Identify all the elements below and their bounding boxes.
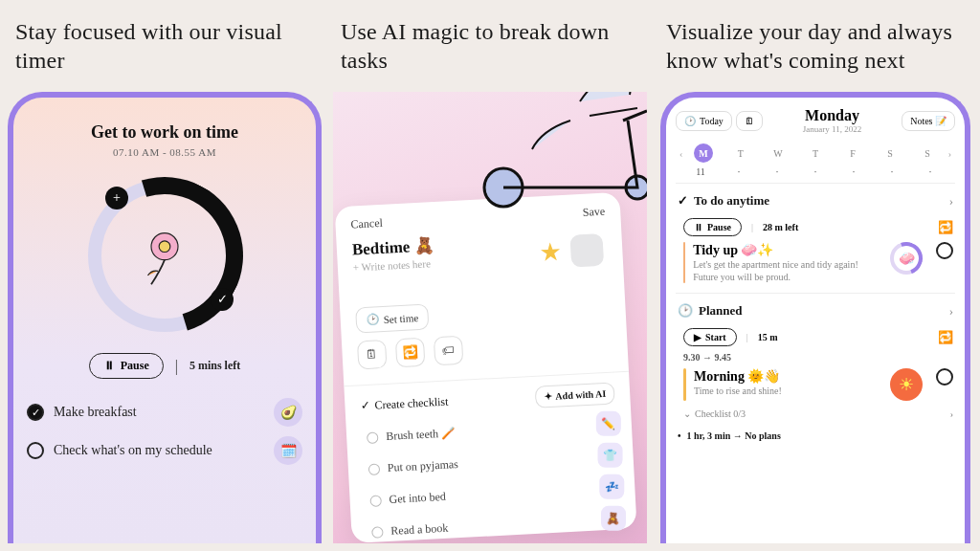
weekday-cell[interactable]: M (684, 143, 722, 163)
date-cell[interactable]: 11 (681, 166, 720, 177)
task-emoji: 🗓️ (274, 436, 302, 465)
week-dates: 11 ······ (678, 166, 953, 177)
time-remaining: 5 mins left (189, 359, 240, 373)
time-range: 9.30 → 9.45 (683, 352, 953, 363)
timer-dial[interactable]: + ✓ (88, 179, 241, 332)
notes-button[interactable]: Notes 📝 (902, 111, 955, 131)
phone-frame-calendar: 🕑Today 🗓 Monday January 11, 2022 Notes 📝… (660, 92, 970, 543)
cancel-button[interactable]: Cancel (350, 216, 383, 232)
task-editor-card: Cancel Save Bedtime 🧸 + Write notes here… (335, 192, 637, 543)
add-ai-label: Add with AI (555, 388, 606, 402)
check-icon[interactable]: ✓ (211, 288, 234, 311)
timer-title: Get to work on time (91, 122, 238, 143)
task-card[interactable]: ⏸Pause | 28 m left 🔁 Tidy up 🧼✨ Let's ge… (678, 218, 953, 283)
pause-button[interactable]: ⏸Pause (89, 353, 164, 379)
phone-frame-timer: Get to work on time 07.10 AM - 08.55 AM … (8, 92, 322, 543)
check-icon: ✓ (360, 399, 370, 414)
clock-icon: 🕑 (684, 116, 696, 126)
chevron-down-icon: ⌄ (683, 408, 691, 419)
set-time-button[interactable]: 🕑Set time (355, 304, 430, 334)
weekday-cell[interactable]: W (759, 148, 796, 159)
duration: 15 m (758, 332, 778, 342)
weekday-cell[interactable]: F (835, 148, 872, 159)
repeat-icon[interactable]: 🔁 (395, 338, 426, 368)
complete-checkbox[interactable] (936, 242, 953, 259)
accent-bar (683, 368, 686, 401)
checklist-label: Create checklist (374, 395, 449, 413)
checklist-item-label: Brush teeth 🪥 (386, 426, 457, 444)
clock-icon: 🕑 (678, 303, 693, 319)
checkbox-icon[interactable] (27, 404, 44, 421)
today-label: Today (700, 116, 724, 126)
add-with-ai-button[interactable]: ✦Add with AI (535, 382, 615, 408)
sparkle-icon: ✦ (544, 391, 552, 402)
task-description: Let's get the apartment nice and tidy ag… (693, 258, 882, 283)
status-label: Start (705, 332, 726, 342)
sun-icon: ☀ (890, 368, 923, 401)
radio-icon[interactable] (367, 431, 379, 444)
panel-heading: Use AI magic to break down tasks (333, 8, 647, 92)
tag-icon[interactable]: 🏷 (434, 336, 464, 366)
repeat-icon[interactable]: 🔁 (938, 220, 953, 235)
star-icon[interactable]: ★ (539, 237, 563, 268)
plus-icon[interactable]: + (105, 187, 128, 209)
task-emoji: 🥑 (274, 398, 302, 427)
task-name: Morning 🌞👋 (694, 368, 782, 385)
accent-bar (683, 242, 685, 283)
task-card[interactable]: ▶Start | 15 m 🔁 9.30 → 9.45 Morning 🌞👋 T… (678, 328, 953, 419)
full-date: January 11, 2022 (767, 124, 898, 134)
pause-label: Pause (121, 359, 149, 373)
panel-heading: Visualize your day and always know what'… (658, 8, 972, 92)
task-row[interactable]: Check what's on my schedule 🗓️ (27, 436, 302, 465)
repeat-icon[interactable]: 🔁 (938, 330, 953, 345)
checklist-item-label: Read a book (390, 521, 449, 539)
calendar-icon[interactable]: 🗓 (357, 340, 388, 370)
chevron-left-icon[interactable]: ‹ (678, 148, 684, 159)
next-gap: •1 hr, 3 min → No plans (678, 430, 953, 441)
pause-icon: ⏸ (103, 359, 115, 373)
panel-timer: Stay focused with our visual timer Get t… (8, 8, 322, 543)
suggestion-chip[interactable]: 👕 (598, 443, 623, 468)
weekday-cell[interactable]: S (909, 148, 947, 159)
editor-backdrop: Cancel Save Bedtime 🧸 + Write notes here… (333, 92, 647, 543)
panel-calendar: Visualize your day and always know what'… (658, 8, 972, 543)
task-row[interactable]: Make breakfast 🥑 (27, 398, 302, 427)
chevron-right-icon: › (949, 303, 953, 319)
radio-icon[interactable] (371, 526, 384, 539)
weekday-cell[interactable]: T (796, 148, 834, 159)
radio-icon[interactable] (369, 495, 382, 507)
suggestion-chip[interactable]: ✏️ (596, 411, 621, 436)
task-description: Time to rise and shine! (694, 385, 782, 397)
chevron-right-icon[interactable]: › (947, 148, 953, 159)
set-time-label: Set time (383, 312, 418, 325)
day-name: Monday (767, 107, 898, 124)
start-button[interactable]: ▶Start (683, 328, 737, 346)
image-placeholder[interactable] (569, 233, 604, 268)
radio-icon[interactable] (368, 463, 381, 475)
checklist-summary[interactable]: ⌄Checklist 0/3› (683, 408, 953, 419)
clock-icon: 🕑 (366, 313, 380, 326)
pause-button[interactable]: ⏸Pause (683, 218, 742, 236)
panel-heading: Stay focused with our visual timer (8, 8, 322, 92)
checklist-item-label: Get into bed (389, 490, 446, 507)
weekday-cell[interactable]: T (722, 148, 759, 159)
progress-ring: 🧼 (890, 242, 923, 275)
section-todo-anytime[interactable]: ✓To do anytime› (678, 193, 953, 209)
timer-range: 07.10 AM - 08.55 AM (113, 146, 216, 158)
checkbox-icon[interactable] (27, 442, 44, 459)
status-label: Pause (707, 222, 731, 232)
calendar-picker-button[interactable]: 🗓 (736, 111, 763, 131)
section-title: Planned (699, 303, 743, 319)
task-label: Check what's on my schedule (54, 443, 212, 458)
suggestion-chip[interactable]: 💤 (599, 474, 624, 499)
svg-point-1 (159, 241, 170, 253)
chevron-right-icon: › (950, 408, 953, 419)
complete-checkbox[interactable] (936, 368, 953, 386)
section-planned[interactable]: 🕑Planned› (678, 303, 953, 319)
checklist-count: Checklist 0/3 (695, 408, 746, 419)
suggestion-chip[interactable]: 🧸 (601, 506, 626, 531)
today-button[interactable]: 🕑Today (676, 111, 732, 131)
task-name: Tidy up 🧼✨ (693, 242, 882, 258)
weekday-cell[interactable]: S (872, 148, 909, 159)
duration-left: 28 m left (763, 222, 798, 232)
